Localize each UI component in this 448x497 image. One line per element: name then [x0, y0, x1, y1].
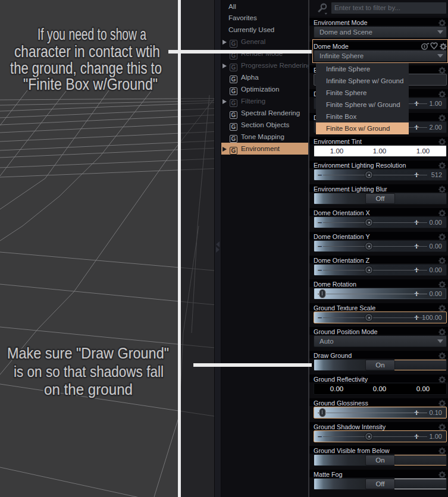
svg-text:character in contact wtih: character in contact wtih: [14, 42, 160, 61]
svg-text:on the ground: on the ground: [44, 380, 133, 398]
svg-text:"Finite Box w/Ground": "Finite Box w/Ground": [23, 75, 158, 93]
svg-text:If you need to show a: If you need to show a: [37, 25, 146, 43]
svg-text:is on so that shadows fall: is on so that shadows fall: [14, 363, 164, 380]
svg-text:Make sure "Draw Ground": Make sure "Draw Ground": [7, 344, 169, 362]
